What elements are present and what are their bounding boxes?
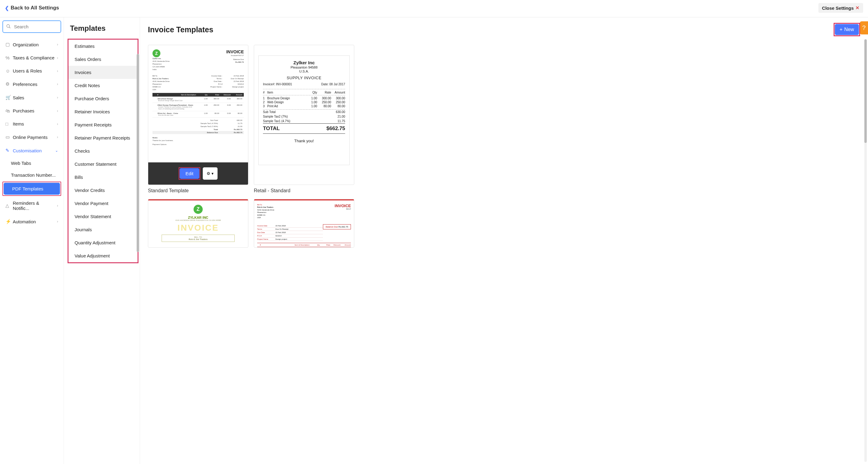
template-type-value-adjustment[interactable]: Value Adjustment	[68, 249, 137, 262]
template-types-column: Templates EstimatesSales OrdersInvoicesC…	[64, 17, 140, 464]
search-icon	[6, 24, 11, 30]
plus-icon: +	[840, 27, 842, 32]
card-title-retail: Retail - Standard	[254, 188, 354, 194]
percent-icon: %	[5, 55, 13, 60]
standard-preview: Z Zylker Inc 4141 Hacienda Drive Pleasan…	[148, 45, 248, 163]
template-type-journals[interactable]: Journals	[68, 223, 137, 236]
gear-icon: ⚙	[207, 171, 210, 176]
sub-web-tabs[interactable]: Web Tabs	[2, 157, 61, 169]
cart-icon: 🛒	[5, 95, 13, 100]
template-type-vendor-credits[interactable]: Vendor Credits	[68, 184, 137, 197]
close-icon: ✕	[856, 5, 860, 11]
retail-preview: Zylker Inc Pleasanton 94588 U.S.A. SUPPL…	[258, 55, 350, 165]
content-scrollbar[interactable]	[864, 39, 867, 462]
template-type-checks[interactable]: Checks	[68, 144, 137, 157]
close-settings-button[interactable]: Close Settings ✕	[818, 3, 863, 13]
bolt-icon: ⚡	[5, 219, 13, 224]
chevron-right-icon: ›	[57, 69, 58, 73]
template-list-scrollbar[interactable]	[137, 54, 139, 252]
chevron-right-icon: ›	[57, 135, 58, 139]
svg-line-1	[9, 27, 10, 28]
template-type-invoices[interactable]: Invoices	[68, 66, 137, 79]
nav-automation[interactable]: ⚡ Automation ›	[2, 215, 61, 228]
settings-sidebar: ▢ Organization › % Taxes & Compliance › …	[0, 17, 64, 464]
nav-preferences[interactable]: ⚙ Preferences ›	[2, 77, 61, 91]
chevron-right-icon: ›	[57, 122, 58, 126]
content-area: Invoice Templates + New Z Zylker Inc	[140, 17, 868, 464]
chevron-right-icon: ›	[57, 56, 58, 60]
chevron-right-icon: ›	[57, 220, 58, 224]
nav-purchases[interactable]: 🛍 Purchases ›	[2, 104, 61, 117]
chevron-right-icon: ›	[57, 82, 58, 86]
sub-pdf-templates[interactable]: PDF Templates	[4, 183, 60, 195]
content-title: Invoice Templates	[148, 25, 213, 34]
back-label: Back to All Settings	[11, 5, 59, 11]
chevron-left-icon: ❮	[5, 5, 9, 11]
nav-reminders[interactable]: △ Reminders & Notific... ›	[2, 197, 61, 215]
chevron-right-icon: ›	[57, 95, 58, 99]
new-template-button[interactable]: + New	[835, 24, 859, 35]
chevron-right-icon: ›	[57, 109, 58, 113]
template-type-retainer-payment-receipts[interactable]: Retainer Payment Receipts	[68, 131, 137, 144]
paint-icon: ✎	[5, 148, 13, 153]
nav-online-payments[interactable]: ▭ Online Payments ›	[2, 130, 61, 144]
template-type-retainer-invoices[interactable]: Retainer Invoices	[68, 105, 137, 118]
template-options-button[interactable]: ⚙ ▾	[203, 167, 218, 180]
chevron-right-icon: ›	[57, 42, 58, 47]
caret-down-icon: ▾	[212, 171, 214, 176]
nav-customisation[interactable]: ✎ Customisation ⌄	[2, 144, 61, 157]
chevron-down-icon: ⌄	[55, 148, 58, 153]
edit-template-button[interactable]: Edit	[180, 168, 200, 179]
nav-users[interactable]: ☺ Users & Roles ›	[2, 64, 61, 77]
sliders-icon: ⚙	[5, 81, 13, 87]
template-type-bills[interactable]: Bills	[68, 171, 137, 184]
template-type-customer-statement[interactable]: Customer Statement	[68, 157, 137, 171]
chevron-right-icon: ›	[57, 204, 58, 208]
template-type-payment-receipts[interactable]: Payment Receipts	[68, 118, 137, 131]
template-type-vendor-statement[interactable]: Vendor Statement	[68, 210, 137, 223]
templates-title: Templates	[64, 17, 140, 39]
users-icon: ☺	[5, 68, 13, 74]
card-icon: ▭	[5, 134, 13, 140]
search-input[interactable]	[2, 21, 61, 33]
template-type-estimates[interactable]: Estimates	[68, 39, 137, 53]
template-card-red[interactable]: Bill To Rob & Joe Traders 4141 Hacienda …	[254, 199, 354, 248]
sub-transaction-number[interactable]: Transaction Number...	[2, 169, 61, 181]
back-to-settings-link[interactable]: ❮ Back to All Settings	[5, 5, 59, 11]
nav-taxes[interactable]: % Taxes & Compliance ›	[2, 51, 61, 64]
nav-items[interactable]: □ Items ›	[2, 117, 61, 130]
template-type-quantity-adjustment[interactable]: Quantity Adjustment	[68, 236, 137, 249]
bell-icon: △	[5, 203, 13, 208]
template-type-credit-notes[interactable]: Credit Notes	[68, 79, 137, 92]
zylker-logo-icon: Z	[193, 205, 203, 214]
building-icon: ▢	[5, 42, 13, 47]
template-card-green[interactable]: Z ZYLKAR INC 4141 HACIENDA DRIVE PLEASAN…	[148, 199, 248, 248]
green-preview: Z ZYLKAR INC 4141 HACIENDA DRIVE PLEASAN…	[148, 200, 248, 248]
nav-organization[interactable]: ▢ Organization ›	[2, 38, 61, 51]
template-card-retail[interactable]: Zylker Inc Pleasanton 94588 U.S.A. SUPPL…	[254, 45, 354, 185]
card-title-standard: Standard Template	[148, 188, 248, 194]
bag-icon: 🛍	[5, 108, 13, 113]
zylker-logo-icon: Z	[153, 49, 160, 57]
template-card-standard[interactable]: Z Zylker Inc 4141 Hacienda Drive Pleasan…	[148, 45, 248, 185]
template-type-purchase-orders[interactable]: Purchase Orders	[68, 92, 137, 105]
svg-point-0	[7, 24, 9, 27]
template-type-sales-orders[interactable]: Sales Orders	[68, 53, 137, 66]
red-preview: Bill To Rob & Joe Traders 4141 Hacienda …	[254, 200, 354, 248]
close-settings-label: Close Settings	[822, 5, 854, 11]
template-type-vendor-payment[interactable]: Vendor Payment	[68, 197, 137, 210]
box-icon: □	[5, 121, 13, 126]
nav-sales[interactable]: 🛒 Sales ›	[2, 91, 61, 104]
